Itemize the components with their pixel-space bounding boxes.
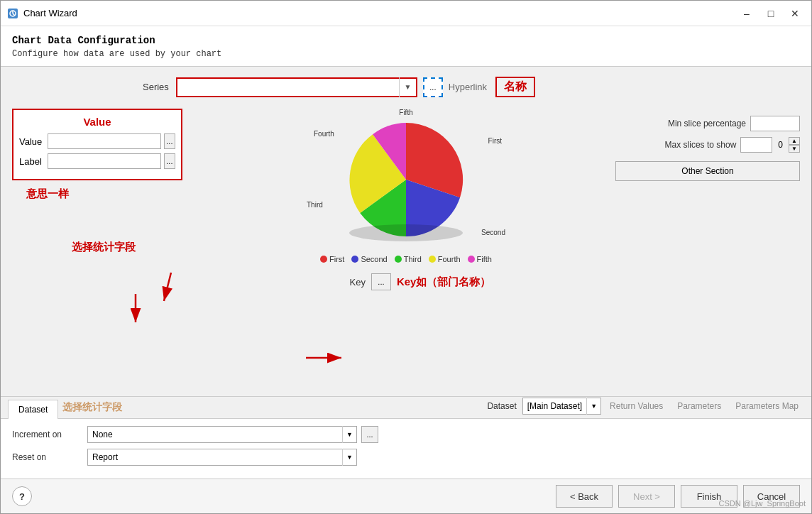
pie-legend: First Second Third Fourth (320, 255, 492, 263)
max-slices-spinner: ▲ ▼ (789, 137, 800, 153)
fourth-label: Fourth (314, 130, 334, 138)
dataset-content: Increment on None ▼ ... Reset on Report … (1, 419, 811, 479)
legend-label-fifth: Fifth (477, 255, 492, 263)
pie-svg (335, 116, 477, 244)
reset-label: Reset on (12, 452, 83, 462)
fifth-label: Fifth (399, 109, 412, 116)
legend-first: First (320, 255, 344, 263)
reset-value: Report (88, 452, 342, 462)
increment-dropdown-arrow[interactable]: ▼ (342, 426, 356, 443)
footer: ? < Back Next > Finish Cancel (1, 479, 811, 513)
increment-dropdown-container: None ▼ (87, 426, 357, 443)
parameters-map-tab[interactable]: Parameters Map (730, 397, 804, 415)
other-section-button[interactable]: Other Section (615, 161, 800, 181)
label-field-ellipsis[interactable]: ... (164, 153, 175, 169)
return-values-tab[interactable]: Return Values (604, 397, 669, 415)
value-box-title: Value (19, 116, 175, 128)
window-title: Chart Wizard (23, 8, 77, 18)
tabs-row: Dataset 选择统计字段 Dataset [Main Dataset] ▼ … (1, 397, 811, 419)
increment-ellipsis[interactable]: ... (361, 426, 378, 443)
value-field-ellipsis[interactable]: ... (164, 133, 175, 149)
increment-label: Increment on (12, 430, 83, 439)
reset-dropdown-container: Report ▼ (87, 449, 357, 466)
legend-label-second: Second (361, 255, 387, 263)
bottom-area: Dataset 选择统计字段 Dataset [Main Dataset] ▼ … (1, 396, 811, 479)
key-label: Key (350, 277, 366, 288)
label-field-input[interactable] (48, 153, 161, 169)
increment-row: Increment on None ▼ ... (12, 426, 800, 443)
help-button[interactable]: ? (12, 486, 32, 506)
legend-label-third: Third (404, 255, 422, 263)
series-dropdown-arrow[interactable]: ▼ (399, 77, 416, 97)
dataset-value: [Main Dataset] (523, 401, 586, 411)
legend-second: Second (351, 255, 387, 263)
series-ellipsis-button[interactable]: ... (423, 77, 443, 97)
title-bar: Chart Wizard – □ ✕ (1, 1, 811, 26)
legend-label-first: First (329, 255, 344, 263)
window-controls: – □ ✕ (736, 5, 806, 22)
page-subtitle: Configure how data are used by your char… (12, 49, 800, 59)
min-slice-label: Min slice percentage (615, 119, 746, 128)
left-panel: Value Value ... Label ... 意思一样 (12, 109, 197, 392)
series-label: Series (143, 82, 169, 92)
value-field-row: Value ... (19, 133, 175, 149)
hyperlink-button[interactable]: Hyperlink (449, 82, 487, 92)
min-slice-input[interactable] (750, 116, 800, 131)
max-slices-row: Max slices to show 0 ▲ ▼ (615, 137, 800, 153)
third-label: Third (307, 201, 323, 209)
legend-fourth: Fourth (429, 255, 461, 263)
value-field-label: Value (19, 136, 45, 147)
max-slices-input[interactable] (740, 137, 772, 153)
second-label: Second (481, 229, 505, 236)
legend-dot-third (395, 256, 402, 263)
value-box: Value Value ... Label ... (12, 109, 182, 180)
max-slices-up[interactable]: ▲ (789, 137, 800, 145)
tabs-right: Dataset [Main Dataset] ▼ Return Values P… (487, 397, 804, 418)
pie-shadow (349, 224, 463, 241)
back-button[interactable]: < Back (556, 485, 613, 508)
series-dropdown-container: ▼ (176, 77, 417, 97)
value-field-input[interactable] (48, 133, 161, 149)
label-field-label: Label (19, 156, 45, 167)
main-content: Series ▼ ... Hyperlink 名称 Value Value ..… (1, 67, 811, 396)
pie-chart: Fifth Fourth Third First Second (307, 109, 505, 251)
window-icon (6, 7, 19, 20)
first-label: First (488, 137, 502, 145)
close-button[interactable]: ✕ (784, 5, 806, 22)
legend-third: Third (395, 255, 422, 263)
key-row: Key ... Key如（部门名称） (322, 273, 491, 290)
dataset-dropdown-container: [Main Dataset] ▼ (522, 398, 601, 415)
footer-left: ? (12, 486, 32, 506)
right-panel: Min slice percentage Max slices to show … (615, 109, 800, 392)
parameters-tab[interactable]: Parameters (671, 397, 727, 415)
maximize-button[interactable]: □ (760, 5, 781, 22)
dataset-tab-annotation: 选择统计字段 (60, 397, 125, 418)
dataset-tab[interactable]: Dataset (8, 400, 58, 419)
middle-area: Value Value ... Label ... 意思一样 (1, 104, 811, 396)
watermark: CSDN @Ljw_SpringBoot (719, 499, 806, 508)
max-slices-down[interactable]: ▼ (789, 145, 800, 153)
page-title: Chart Data Configuration (12, 35, 800, 46)
reset-row: Reset on Report ▼ (12, 449, 800, 466)
center-panel: Fifth Fourth Third First Second (208, 109, 604, 392)
dataset-label: Dataset (487, 401, 516, 411)
mingcheng-label: 名称 (495, 77, 535, 97)
key-description: Key如（部门名称） (397, 275, 491, 289)
legend-dot-fourth (429, 256, 436, 263)
key-ellipsis-button[interactable]: ... (371, 273, 391, 290)
legend-fifth: Fifth (468, 255, 492, 263)
increment-value: None (88, 430, 342, 439)
reset-dropdown-arrow[interactable]: ▼ (342, 449, 356, 466)
series-input[interactable] (177, 79, 399, 96)
minimize-button[interactable]: – (736, 5, 757, 22)
legend-dot-first (320, 256, 327, 263)
dataset-dropdown-arrow[interactable]: ▼ (586, 398, 600, 415)
legend-dot-second (351, 256, 358, 263)
label-field-row: Label ... (19, 153, 175, 169)
max-slices-label: Max slices to show (615, 140, 736, 150)
series-row: Series ▼ ... Hyperlink 名称 (1, 67, 811, 104)
min-slice-row: Min slice percentage (615, 116, 800, 131)
legend-dot-fifth (468, 256, 475, 263)
next-button[interactable]: Next > (618, 485, 675, 508)
header-section: Chart Data Configuration Configure how d… (1, 26, 811, 67)
